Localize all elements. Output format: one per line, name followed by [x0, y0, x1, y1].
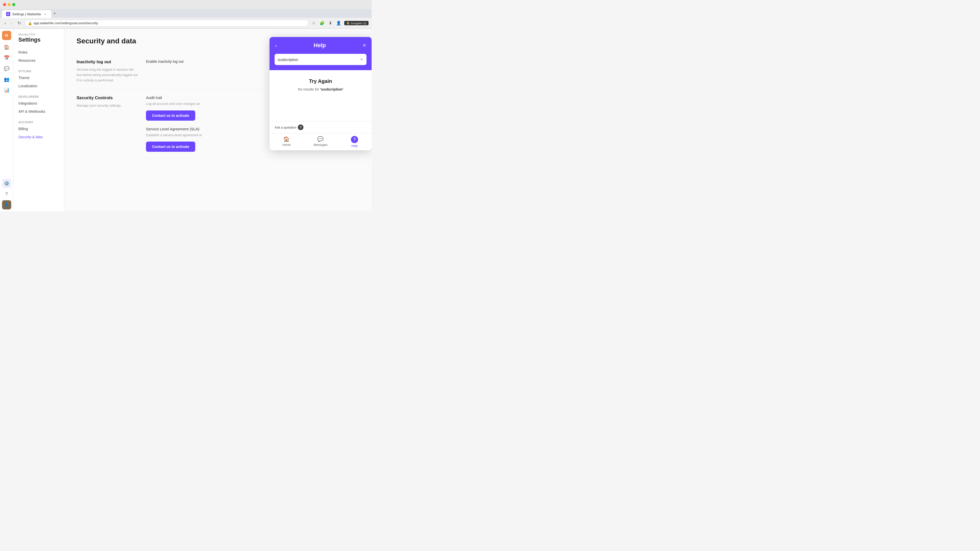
help-search-clear-button[interactable]: ×: [360, 56, 363, 63]
reload-button[interactable]: ↻: [16, 20, 22, 27]
audit-trail-desc: Log all account and user changes an: [146, 101, 202, 106]
nav-section-account-title: Account: [13, 120, 64, 125]
nav-section-styling-title: Styling: [13, 68, 64, 74]
user-avatar-small[interactable]: 👤: [2, 200, 11, 210]
nav-chart-button[interactable]: 📊: [2, 86, 11, 95]
security-title: Security Controls: [76, 95, 138, 100]
nav-calendar-button[interactable]: 📅: [2, 53, 11, 62]
settings-header: Moodjoy7434 Settings: [13, 29, 64, 45]
window-minimize-button[interactable]: [8, 3, 11, 6]
nav-section-account: Account Billing Security & data: [13, 117, 64, 142]
help-nav-icon: ?: [351, 136, 358, 143]
help-nav-home[interactable]: 🏠 Home: [269, 133, 304, 150]
nav-item-security[interactable]: Security & data: [13, 133, 64, 141]
help-search-input[interactable]: [278, 57, 360, 62]
account-name: Moodjoy7434: [18, 33, 59, 36]
messages-nav-label: Messages: [313, 143, 328, 147]
nav-item-localization[interactable]: Localization: [13, 82, 64, 90]
sla-desc: Establish a service-level agreement w: [146, 133, 202, 138]
profile-button[interactable]: 👤: [335, 20, 342, 27]
help-no-results-query: 'susbcription': [320, 87, 343, 91]
help-header: ‹ Help ×: [269, 37, 372, 54]
nav-item-resources[interactable]: Resources: [13, 56, 64, 65]
tab-title: Settings | Waitwhile: [12, 12, 41, 16]
back-button[interactable]: ‹: [3, 20, 7, 27]
bookmark-button[interactable]: ☆: [311, 20, 317, 27]
help-nav-messages[interactable]: 💬 Messages: [304, 133, 337, 150]
help-body: Try Again No results for 'susbcription': [269, 70, 372, 121]
enable-label: Enable inactivity log out: [146, 59, 183, 64]
account-avatar[interactable]: M: [2, 31, 11, 40]
ask-question-icon: ?: [298, 124, 304, 130]
extensions-button[interactable]: 🧩: [318, 20, 326, 27]
help-try-again[interactable]: Try Again: [275, 78, 366, 84]
download-button[interactable]: ⬇: [328, 20, 333, 27]
security-desc: Manage your security settings.: [76, 103, 138, 108]
help-nav-label: Help: [352, 144, 358, 148]
ask-question-label: Ask a question: [275, 125, 296, 129]
security-left: Security Controls Manage your security s…: [76, 95, 138, 108]
url-text: app.waitwhile.com/settings/account/secur…: [34, 21, 98, 25]
help-back-button[interactable]: ‹: [275, 42, 277, 49]
help-search-box: ×: [275, 54, 366, 65]
help-title: Help: [277, 42, 362, 49]
help-widget: ‹ Help × × Try Again No results for 'sus…: [269, 37, 372, 150]
nav-section-styling: Styling Theme Localization: [13, 65, 64, 91]
inactivity-desc: Set how long the logged in session will …: [76, 67, 138, 83]
inactivity-title: Inactivity log out: [76, 59, 138, 65]
settings-sidebar: Moodjoy7434 Settings Roles Resources Sty…: [13, 29, 64, 211]
nav-help-button[interactable]: ?: [2, 189, 11, 199]
nav-section-developers-title: Developers: [13, 94, 64, 99]
window-close-button[interactable]: [3, 3, 6, 6]
window-maximize-button[interactable]: [12, 3, 15, 6]
nav-people-button[interactable]: 👥: [2, 75, 11, 84]
nav-item-theme[interactable]: Theme: [13, 74, 64, 82]
nav-section-developers: Developers Integrations API & Webhooks: [13, 91, 64, 117]
nav-item-api[interactable]: API & Webhooks: [13, 107, 64, 116]
nav-item-integrations[interactable]: Integrations: [13, 99, 64, 107]
help-no-results: No results for 'susbcription': [275, 87, 366, 91]
main-content: Security and data Inactivity log out Set…: [64, 29, 372, 211]
forward-button[interactable]: ›: [10, 20, 14, 27]
sla-title: Service Level Agreement (SLA): [146, 127, 202, 131]
incognito-badge: 🕵 Incognito (2): [344, 21, 369, 25]
messages-nav-icon: 💬: [317, 136, 324, 142]
nav-chat-button[interactable]: 💬: [2, 64, 11, 73]
inactivity-left: Inactivity log out Set how long the logg…: [76, 59, 138, 83]
address-bar[interactable]: 🔒 app.waitwhile.com/settings/account/sec…: [24, 20, 309, 27]
nav-item-roles[interactable]: Roles: [13, 48, 64, 56]
left-nav: M 🏠 📅 💬 👥 📊 ⚙️ ? 👤: [0, 29, 13, 211]
audit-contact-button[interactable]: Contact us to activate: [146, 110, 195, 121]
sla-subsection: Service Level Agreement (SLA) Establish …: [146, 127, 202, 152]
home-nav-icon: 🏠: [283, 136, 290, 142]
security-right: Audit trail Log all account and user cha…: [146, 95, 202, 152]
audit-trail-subsection: Audit trail Log all account and user cha…: [146, 95, 202, 121]
settings-title: Settings: [18, 37, 59, 43]
help-header-left: ‹: [275, 42, 277, 49]
ask-question[interactable]: Ask a question ?: [275, 124, 304, 130]
nav-settings-button[interactable]: ⚙️: [2, 179, 11, 188]
audit-trail-title: Audit trail: [146, 95, 202, 100]
nav-item-billing[interactable]: Billing: [13, 125, 64, 133]
help-footer: Ask a question ?: [269, 121, 372, 133]
sla-contact-button[interactable]: Contact us to activate: [146, 141, 195, 152]
help-nav: 🏠 Home 💬 Messages ? Help: [269, 133, 372, 150]
help-close-button[interactable]: ×: [362, 41, 366, 49]
nav-section-top: Roles Resources: [13, 45, 64, 65]
tab-favicon: M: [6, 12, 10, 16]
home-nav-label: Home: [283, 143, 291, 147]
help-nav-help[interactable]: ? Help: [338, 133, 372, 150]
new-tab-button[interactable]: +: [51, 10, 58, 17]
browser-tab[interactable]: M Settings | Waitwhile ×: [2, 10, 51, 18]
help-search-area: ×: [269, 54, 372, 70]
nav-home-button[interactable]: 🏠: [2, 43, 11, 52]
tab-close-button[interactable]: ×: [43, 12, 47, 16]
